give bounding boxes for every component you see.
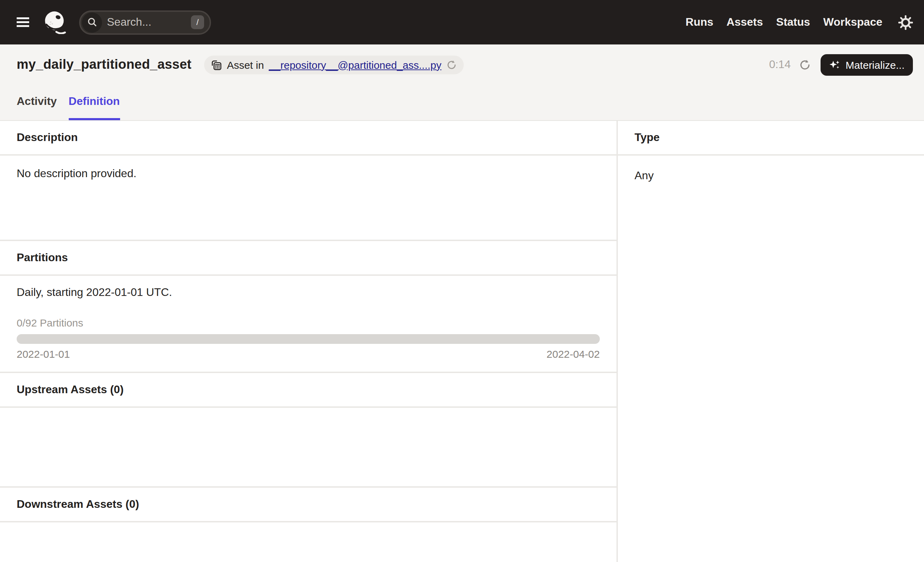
page-title: my_daily_partitioned_asset: [16, 57, 192, 72]
reload-repository-button[interactable]: [446, 59, 457, 70]
repository-link[interactable]: __repository__@partitioned_ass....py: [268, 59, 441, 71]
upstream-section-header: Upstream Assets (0): [0, 373, 616, 406]
asset-group-icon: [210, 59, 222, 71]
search-icon: [86, 17, 98, 28]
refresh-icon: [799, 59, 811, 71]
primary-nav: Runs Assets Status Workspace: [686, 15, 913, 30]
tab-definition[interactable]: Definition: [69, 95, 120, 120]
nav-assets[interactable]: Assets: [726, 16, 763, 29]
partitions-section-header: Partitions: [0, 241, 616, 274]
asset-page-header: my_daily_partitioned_asset Asset in __re…: [0, 45, 924, 121]
top-navbar: Search... / Runs Assets Status Workspace: [0, 0, 924, 45]
settings-button[interactable]: [898, 15, 913, 30]
dagster-logo[interactable]: [43, 11, 67, 34]
description-section-header: Description: [0, 121, 616, 154]
hamburger-icon: [16, 17, 29, 27]
nav-runs[interactable]: Runs: [686, 16, 713, 29]
type-section-header: Type: [618, 121, 924, 154]
partition-health-bar: [16, 334, 600, 344]
upstream-assets-empty: [0, 408, 616, 486]
hamburger-menu-button[interactable]: [12, 13, 33, 31]
description-text: No description provided.: [16, 167, 600, 180]
partition-range-end: 2022-04-02: [547, 348, 600, 360]
refresh-button[interactable]: [799, 59, 811, 71]
description-heading: Description: [16, 131, 78, 144]
upstream-heading: Upstream Assets (0): [16, 383, 124, 396]
type-value: Any: [634, 170, 908, 182]
partition-definition-text: Daily, starting 2022-01-01 UTC.: [16, 286, 600, 299]
description-body: No description provided.: [0, 156, 616, 240]
partitions-heading: Partitions: [16, 251, 68, 264]
search-shortcut-key: /: [191, 15, 204, 29]
materialize-label: Materialize...: [846, 59, 904, 71]
refresh-countdown: 0:14: [769, 59, 791, 71]
partition-range: 2022-01-01 2022-04-02: [16, 348, 600, 360]
downstream-section-header: Downstream Assets (0): [0, 488, 616, 521]
materialize-button[interactable]: Materialize...: [820, 54, 913, 75]
title-row: my_daily_partitioned_asset Asset in __re…: [0, 50, 924, 79]
sparkles-icon: [829, 59, 841, 71]
tab-activity[interactable]: Activity: [16, 95, 57, 120]
right-column: Type Any: [618, 121, 924, 562]
definition-content: Description No description provided. Par…: [0, 121, 924, 562]
nav-status[interactable]: Status: [776, 16, 810, 29]
asset-location-badge: Asset in __repository__@partitioned_ass.…: [204, 55, 464, 74]
downstream-assets-empty: [0, 522, 616, 562]
search-input[interactable]: Search... /: [79, 10, 211, 35]
left-column: Description No description provided. Par…: [0, 121, 616, 562]
type-body: Any: [618, 156, 924, 562]
app-root: Search... / Runs Assets Status Workspace: [0, 0, 924, 562]
badge-prefix: Asset in: [227, 59, 264, 71]
search-icon-disc: [82, 12, 102, 32]
type-heading: Type: [634, 131, 660, 144]
partition-count-label: 0/92 Partitions: [16, 317, 600, 329]
dagster-octopus-icon: [43, 11, 67, 34]
reload-icon: [446, 59, 457, 70]
downstream-heading: Downstream Assets (0): [16, 498, 139, 511]
search-placeholder: Search...: [107, 16, 191, 29]
partition-range-start: 2022-01-01: [16, 348, 70, 360]
gear-icon: [898, 15, 913, 30]
nav-workspace[interactable]: Workspace: [824, 16, 882, 29]
partitions-body: Daily, starting 2022-01-01 UTC. 0/92 Par…: [0, 276, 616, 372]
asset-tabs: Activity Definition: [0, 79, 924, 120]
